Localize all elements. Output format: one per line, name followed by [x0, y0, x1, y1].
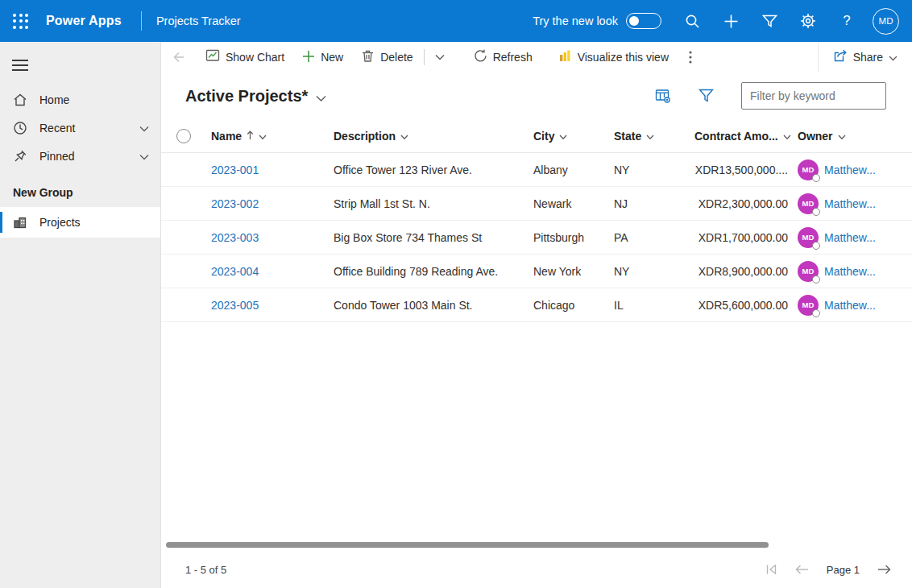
sidebar-item-label: Recent — [39, 122, 75, 135]
refresh-icon — [474, 49, 487, 65]
record-link[interactable]: 2023-005 — [206, 299, 329, 312]
horizontal-scrollbar[interactable] — [161, 538, 912, 551]
record-range: 1 - 5 of 5 — [185, 564, 226, 576]
sort-ascending-icon — [247, 130, 254, 143]
record-link[interactable]: 2023-004 — [206, 265, 329, 278]
trash-icon — [361, 49, 375, 65]
refresh-button[interactable]: Refresh — [465, 42, 541, 72]
table-row[interactable]: 2023-003 Big Box Store 734 Thames St Pit… — [161, 221, 912, 255]
back-button[interactable] — [161, 50, 197, 64]
new-plus-icon — [302, 50, 315, 65]
sidebar-item-label: Home — [39, 93, 69, 106]
owner-cell: MD Matthew... — [793, 159, 912, 180]
chevron-down-icon[interactable] — [139, 150, 149, 163]
user-avatar[interactable]: MD — [873, 8, 899, 35]
chevron-down-icon — [259, 130, 267, 143]
state-cell: NY — [609, 164, 690, 176]
more-commands-icon[interactable] — [678, 51, 703, 64]
new-button[interactable]: New — [293, 42, 352, 72]
owner-avatar[interactable]: MD — [798, 295, 819, 316]
select-all-checkbox[interactable] — [161, 129, 206, 143]
column-header-contract-amount[interactable]: Contract Amo... — [690, 130, 793, 143]
presence-indicator — [812, 174, 820, 182]
owner-link[interactable]: Matthew... — [824, 197, 876, 210]
view-selector[interactable]: Active Projects* — [185, 87, 326, 106]
sidebar-item-label: Pinned — [39, 150, 75, 163]
sidebar-item-label: Projects — [39, 216, 81, 229]
help-icon[interactable]: ? — [827, 2, 866, 40]
contract-amount-cell: XDR5,600,000.00 — [690, 299, 793, 312]
header-divider — [141, 11, 142, 31]
column-header-description[interactable]: Description — [329, 130, 529, 143]
column-header-owner[interactable]: Owner — [793, 130, 912, 143]
delete-button[interactable]: Delete — [352, 42, 421, 72]
share-button[interactable]: Share — [819, 49, 912, 65]
contract-amount-cell: XDR1,700,000.00 — [690, 231, 793, 244]
clock-icon — [13, 121, 29, 135]
sidebar-item-home[interactable]: Home — [0, 85, 160, 114]
owner-link[interactable]: Matthew... — [824, 164, 876, 176]
record-link[interactable]: 2023-002 — [206, 197, 329, 210]
first-page-icon[interactable] — [765, 564, 777, 575]
owner-avatar[interactable]: MD — [798, 227, 819, 248]
filter-by-keyword-input[interactable] — [741, 82, 886, 110]
state-cell: IL — [609, 299, 690, 312]
owner-link[interactable]: Matthew... — [824, 231, 876, 244]
next-page-icon[interactable] — [877, 565, 891, 574]
waffle-menu-icon[interactable] — [13, 14, 28, 29]
settings-gear-icon[interactable] — [789, 2, 827, 40]
table-row[interactable]: 2023-005 Condo Tower 1003 Main St. Chica… — [161, 288, 912, 322]
building-icon — [13, 215, 29, 230]
horizontal-scrollbar-thumb[interactable] — [166, 542, 769, 548]
contract-amount-cell: XDR2,300,000.00 — [690, 197, 793, 210]
owner-avatar[interactable]: MD — [798, 261, 819, 282]
contract-amount-cell: XDR8,900,000.00 — [690, 265, 793, 278]
chevron-down-icon — [646, 130, 654, 143]
chevron-down-icon[interactable] — [139, 122, 149, 135]
hamburger-menu-icon[interactable] — [0, 42, 160, 85]
show-chart-button[interactable]: Show Chart — [197, 42, 293, 72]
sidebar-item-pinned[interactable]: Pinned — [0, 142, 160, 170]
new-look-toggle[interactable] — [626, 13, 661, 29]
search-icon[interactable] — [673, 2, 711, 40]
city-cell: Albany — [529, 164, 609, 176]
description-cell: Office Tower 123 River Ave. — [329, 164, 529, 176]
command-bar: Show Chart New — [161, 42, 912, 72]
column-header-name[interactable]: Name — [206, 130, 329, 143]
city-cell: New York — [529, 265, 609, 278]
filter-icon[interactable] — [750, 2, 789, 40]
description-cell: Office Building 789 Reading Ave. — [329, 265, 529, 278]
share-icon — [833, 49, 848, 65]
table-row[interactable]: 2023-002 Strip Mall 1st St. N. Newark NJ… — [161, 187, 912, 221]
owner-link[interactable]: Matthew... — [824, 299, 876, 312]
city-cell: Chicago — [529, 299, 609, 312]
previous-page-icon[interactable] — [795, 565, 809, 574]
edit-columns-icon[interactable] — [655, 88, 671, 104]
column-header-state[interactable]: State — [609, 130, 690, 143]
presence-indicator — [812, 208, 820, 216]
owner-avatar[interactable]: MD — [798, 193, 819, 214]
grid-status-bar: 1 - 5 of 5 Page 1 — [161, 551, 912, 588]
owner-avatar[interactable]: MD — [798, 159, 819, 180]
owner-link[interactable]: Matthew... — [824, 265, 876, 278]
brand-title[interactable]: Power Apps — [46, 14, 122, 28]
visualize-view-button[interactable]: Visualize this view — [549, 42, 678, 72]
table-row[interactable]: 2023-001 Office Tower 123 River Ave. Alb… — [161, 153, 912, 187]
owner-cell: MD Matthew... — [793, 261, 912, 282]
column-header-city[interactable]: City — [529, 130, 609, 143]
chevron-down-icon — [400, 130, 408, 143]
add-icon[interactable] — [711, 2, 750, 40]
share-chevron-icon — [889, 51, 897, 64]
sidebar-item-recent[interactable]: Recent — [0, 114, 160, 142]
record-link[interactable]: 2023-001 — [206, 164, 329, 176]
edit-filters-icon[interactable] — [699, 89, 714, 103]
new-look-label: Try the new look — [533, 14, 618, 27]
powerbi-icon — [558, 49, 572, 65]
delete-split-chevron[interactable] — [426, 42, 454, 72]
record-link[interactable]: 2023-003 — [206, 231, 329, 244]
owner-cell: MD Matthew... — [793, 193, 912, 214]
pin-icon — [13, 149, 29, 164]
sidebar-item-projects[interactable]: Projects — [0, 207, 160, 238]
sidebar-group-label: New Group — [0, 170, 160, 207]
table-row[interactable]: 2023-004 Office Building 789 Reading Ave… — [161, 255, 912, 288]
